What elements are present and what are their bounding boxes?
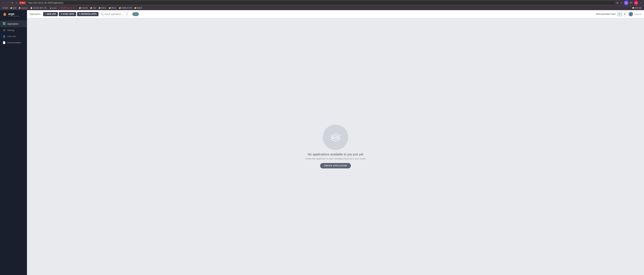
all-bookmarks[interactable]: 📖 所有书签 bbox=[631, 6, 643, 10]
argo-logo-text: argo bbox=[8, 12, 19, 16]
layers-icon bbox=[329, 131, 342, 144]
create-application-button[interactable]: CREATE APPLICATION bbox=[320, 163, 351, 168]
page-title: Applications bbox=[30, 13, 40, 15]
empty-state-subtitle: Create new application to start managing… bbox=[305, 158, 366, 160]
bookmark-rancher[interactable]: 🔲 racncher bbox=[18, 7, 29, 9]
settings-label: Settings bbox=[7, 29, 15, 32]
bookmark-meituan[interactable]: 📁 美团技术文档 bbox=[118, 6, 133, 10]
app-container: argo v2.13.2+dc43124 ← Applications bbox=[0, 10, 644, 275]
translate-btn[interactable]: ⧉ bbox=[616, 1, 619, 4]
bookmark-tencent[interactable]: 📁 腾讯云 bbox=[108, 6, 118, 10]
list-view-button[interactable]: ☰ bbox=[622, 12, 627, 16]
top-bar-right: APPLICATIONS TILES ⊞ ☰ 👤 Log out bbox=[596, 12, 642, 16]
bookmark-jqplay[interactable]: ▶ jq play bbox=[49, 7, 58, 9]
argo-version: v2.13.2+dc43124 bbox=[8, 16, 19, 17]
bookmark-star-btn[interactable]: ☆ bbox=[620, 1, 623, 4]
bookmark-aliyun[interactable]: 📁 阿里云 bbox=[98, 6, 108, 10]
documentation-label: Documentation bbox=[7, 42, 21, 44]
search-icon: 🔍 bbox=[101, 13, 104, 15]
documentation-icon: 📄 bbox=[2, 41, 6, 44]
applications-icon bbox=[2, 22, 6, 26]
address-bar[interactable] bbox=[27, 1, 615, 5]
extensions-btn[interactable]: ⧠ bbox=[630, 1, 633, 4]
new-app-button[interactable]: + NEW APP bbox=[43, 12, 58, 16]
svg-point-5 bbox=[5, 14, 6, 14]
browser-toolbar: ← → ↻ ⌂ 不安全 ⧉ ☆ A ⧠ B ⋮ bbox=[0, 0, 644, 6]
user-info-label: User Info bbox=[7, 35, 16, 38]
svg-rect-9 bbox=[4, 24, 6, 25]
sidebar-item-applications[interactable]: Applications bbox=[0, 20, 27, 27]
sidebar-item-documentation[interactable]: 📄 Documentation bbox=[0, 40, 27, 46]
user-info-icon: 👤 bbox=[2, 35, 6, 38]
bookmark-k8s[interactable]: 📁 k8s监控 bbox=[78, 6, 89, 10]
sidebar-header: argo v2.13.2+dc43124 ← bbox=[0, 10, 27, 19]
account-avatar[interactable]: B bbox=[634, 1, 638, 5]
bookmark-messages[interactable]: 📋 2条消息 精华 | 网... bbox=[29, 6, 49, 10]
svg-rect-6 bbox=[3, 22, 4, 23]
refresh-button[interactable]: ↻ bbox=[11, 1, 14, 4]
home-button[interactable]: ⌂ bbox=[15, 1, 18, 4]
grid-view-button[interactable]: ⊞ bbox=[617, 12, 622, 16]
forward-button[interactable]: → bbox=[6, 1, 10, 4]
bookmark-database[interactable]: 📁 数据库 bbox=[133, 6, 143, 10]
view-label: APPLICATIONS TILES bbox=[596, 13, 616, 15]
user-avatar: 👤 bbox=[628, 12, 633, 16]
empty-state: No applications available to you just ye… bbox=[27, 18, 644, 275]
argo-octopus-icon bbox=[2, 12, 7, 17]
sidebar-nav: Applications ⚙ Settings 👤 User Info 📄 Do… bbox=[0, 19, 27, 275]
empty-state-icon-circle bbox=[323, 125, 348, 150]
settings-icon: ⚙ bbox=[2, 29, 6, 32]
svg-rect-8 bbox=[3, 24, 4, 25]
back-button[interactable]: ← bbox=[1, 1, 5, 4]
view-toggle: ⊞ ☰ bbox=[617, 12, 627, 16]
sidebar-item-settings[interactable]: ⚙ Settings bbox=[0, 27, 27, 33]
main-content: Applications + NEW APP ⟳ SYNC APPS ↻ REF… bbox=[27, 10, 644, 275]
bookmarks-bar: 🖥 系统 📁 监控 🔲 racncher 📋 2条消息 精华 | 网... ▶ … bbox=[0, 6, 644, 10]
refresh-apps-button[interactable]: ↻ REFRESH APPS bbox=[77, 12, 98, 16]
bookmark-security[interactable]: 📁 安全 bbox=[89, 6, 97, 10]
security-badge: 不安全 bbox=[19, 2, 26, 4]
profile-avatar[interactable]: A bbox=[624, 1, 628, 5]
sidebar: argo v2.13.2+dc43124 ← Applications bbox=[0, 10, 27, 275]
bookmark-system[interactable]: 🖥 系统 bbox=[1, 6, 9, 10]
sidebar-back-button[interactable]: ← bbox=[22, 13, 25, 16]
argo-logo: argo v2.13.2+dc43124 bbox=[2, 12, 19, 17]
search-input[interactable] bbox=[104, 13, 125, 15]
filter-button[interactable]: — bbox=[132, 12, 139, 16]
svg-point-4 bbox=[4, 14, 4, 14]
svg-point-1 bbox=[4, 13, 6, 15]
top-bar: Applications + NEW APP ⟳ SYNC APPS ↻ REF… bbox=[27, 10, 644, 18]
search-container: 🔍 / bbox=[100, 12, 131, 16]
applications-label: Applications bbox=[7, 23, 18, 25]
bookmark-prototype[interactable]: ● 原型图-Apache EC... bbox=[58, 6, 78, 10]
browser-chrome: ← → ↻ ⌂ 不安全 ⧉ ☆ A ⧠ B ⋮ 🖥 系统 📁 监控 🔲 racn… bbox=[0, 0, 644, 10]
logout-button[interactable]: Log out bbox=[635, 13, 642, 15]
browser-actions: ⧉ ☆ A ⧠ B ⋮ bbox=[616, 1, 643, 5]
sidebar-item-user-info[interactable]: 👤 User Info bbox=[0, 33, 27, 40]
search-shortcut: / bbox=[126, 13, 128, 15]
svg-rect-7 bbox=[4, 22, 6, 23]
bookmark-monitor[interactable]: 📁 监控 bbox=[9, 6, 17, 10]
menu-btn[interactable]: ⋮ bbox=[639, 1, 643, 4]
sync-apps-button[interactable]: ⟳ SYNC APPS bbox=[59, 12, 76, 16]
empty-state-title: No applications available to you just ye… bbox=[308, 152, 363, 156]
